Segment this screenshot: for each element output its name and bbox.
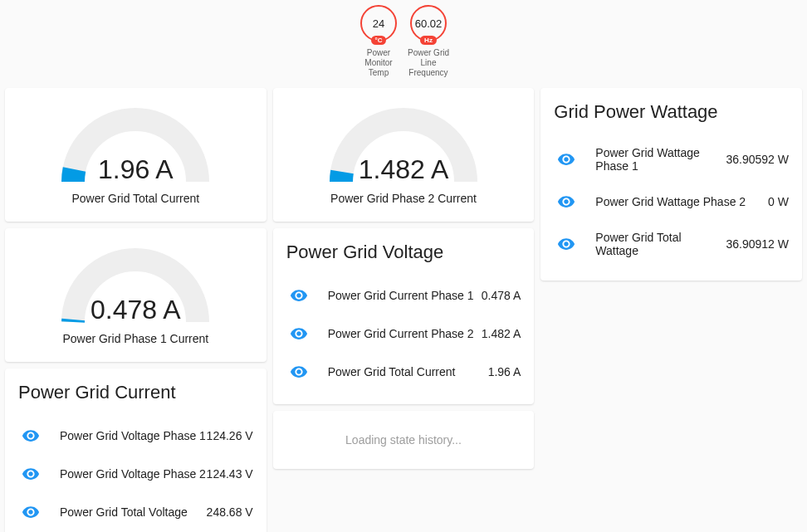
gauge-label: Power Grid Total Current — [71, 192, 199, 205]
row-value: 1.96 A — [488, 365, 521, 378]
eye-icon — [22, 427, 40, 445]
gauge-value: 0.478 A — [56, 295, 214, 325]
row-label: Power Grid Total Wattage — [595, 231, 726, 257]
freq-badge-circle: 60.02 Hz — [410, 5, 447, 41]
list-item[interactable]: Power Grid Total Wattage 36.90912 W — [554, 221, 789, 267]
freq-badge-label: Power Grid Line Frequency — [408, 48, 449, 78]
row-label: Power Grid Wattage Phase 2 — [595, 195, 768, 208]
freq-badge-value: 60.02 — [415, 17, 443, 30]
column-2: 1.482 A Power Grid Phase 2 Current Power… — [273, 88, 535, 532]
gauge-value: 1.482 A — [325, 154, 482, 185]
gauge: 1.482 A — [325, 103, 482, 182]
temp-badge[interactable]: 24 °C Power Monitor Temp — [355, 5, 402, 78]
eye-icon — [290, 325, 308, 343]
list-item[interactable]: Power Grid Voltage Phase 1 124.26 V — [18, 417, 253, 455]
current-card: Power Grid Current Power Grid Voltage Ph… — [5, 368, 267, 532]
list-item[interactable]: Power Grid Wattage Phase 2 0 W — [554, 183, 789, 221]
freq-badge[interactable]: 60.02 Hz Power Grid Line Frequency — [405, 5, 452, 78]
row-value: 248.68 V — [207, 505, 253, 519]
row-label: Power Grid Total Current — [328, 365, 488, 378]
eye-icon — [557, 150, 575, 168]
row-label: Power Grid Current Phase 1 — [328, 289, 482, 302]
row-value: 0.478 A — [482, 289, 521, 302]
temp-badge-value: 24 — [373, 17, 384, 30]
eye-icon — [557, 193, 575, 211]
gauge-phase1-current[interactable]: 0.478 A Power Grid Phase 1 Current — [5, 228, 267, 362]
gauge: 0.478 A — [56, 243, 214, 322]
column-3: Grid Power Wattage Power Grid Wattage Ph… — [540, 88, 802, 532]
gauge-label: Power Grid Phase 2 Current — [330, 192, 477, 205]
list-item[interactable]: Power Grid Current Phase 2 1.482 A — [286, 315, 521, 353]
row-label: Power Grid Wattage Phase 1 — [595, 146, 726, 173]
gauge: 1.96 A — [56, 103, 214, 182]
eye-icon — [290, 286, 308, 305]
wattage-card: Grid Power Wattage Power Grid Wattage Ph… — [540, 88, 802, 281]
voltage-card: Power Grid Voltage Power Grid Current Ph… — [273, 228, 535, 404]
list-item[interactable]: Power Grid Wattage Phase 1 36.90592 W — [554, 136, 789, 183]
temp-badge-unit: °C — [371, 36, 387, 45]
row-value: 36.90912 W — [726, 237, 789, 251]
current-card-title: Power Grid Current — [18, 382, 253, 403]
eye-icon — [22, 503, 40, 521]
voltage-card-title: Power Grid Voltage — [286, 242, 521, 263]
row-label: Power Grid Current Phase 2 — [328, 327, 482, 340]
list-item[interactable]: Power Grid Voltage Phase 2 124.43 V — [18, 455, 253, 493]
row-value: 124.26 V — [207, 429, 253, 442]
row-value: 1.482 A — [482, 327, 521, 340]
sensor-badges-row: 24 °C Power Monitor Temp 60.02 Hz Power … — [5, 5, 802, 78]
row-value: 0 W — [768, 195, 789, 208]
row-label: Power Grid Total Voltage — [60, 505, 207, 519]
gauge-phase2-current[interactable]: 1.482 A Power Grid Phase 2 Current — [273, 88, 535, 222]
row-value: 36.90592 W — [726, 153, 789, 166]
row-value: 124.43 V — [207, 467, 253, 481]
gauge-label: Power Grid Phase 1 Current — [62, 332, 208, 345]
eye-icon — [290, 363, 308, 381]
temp-badge-circle: 24 °C — [360, 5, 397, 41]
wattage-card-title: Grid Power Wattage — [554, 101, 789, 123]
list-item[interactable]: Power Grid Current Phase 1 0.478 A — [286, 276, 521, 315]
freq-badge-unit: Hz — [420, 36, 437, 45]
temp-badge-label: Power Monitor Temp — [364, 48, 392, 78]
loading-text: Loading state history... — [345, 433, 462, 447]
row-label: Power Grid Voltage Phase 1 — [60, 429, 207, 442]
list-item[interactable]: Power Grid Total Current 1.96 A — [286, 353, 521, 391]
eye-icon — [22, 465, 40, 483]
dashboard-grid: 1.96 A Power Grid Total Current 0.478 A … — [5, 88, 802, 532]
eye-icon — [557, 235, 575, 253]
gauge-total-current[interactable]: 1.96 A Power Grid Total Current — [5, 88, 267, 222]
row-label: Power Grid Voltage Phase 2 — [60, 467, 207, 481]
history-card: Loading state history... — [273, 411, 535, 469]
list-item[interactable]: Power Grid Total Voltage 248.68 V — [18, 493, 253, 531]
gauge-value: 1.96 A — [56, 154, 214, 185]
column-1: 1.96 A Power Grid Total Current 0.478 A … — [5, 88, 267, 532]
